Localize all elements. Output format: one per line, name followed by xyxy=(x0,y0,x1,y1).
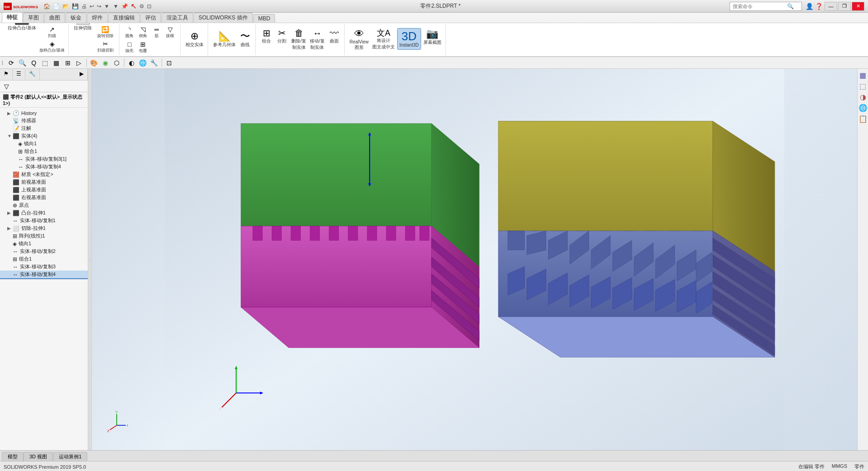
tree-item-move4[interactable]: ↔ 实体-移动/复制4 xyxy=(0,163,88,171)
tab-mbd[interactable]: MBD xyxy=(253,14,275,23)
tree-item-solid[interactable]: ▼ ⬛ 实体(4) xyxy=(0,132,88,140)
tab-render[interactable]: 渲染工具 xyxy=(161,13,193,23)
btn-instant3d[interactable]: 3D Instant3D xyxy=(397,28,421,50)
panel-tab-features[interactable]: ⚑ xyxy=(0,69,13,80)
view-display2[interactable]: ⊡ xyxy=(164,58,174,68)
view-mode2[interactable]: 🌐 xyxy=(138,58,148,68)
tab-sheet[interactable]: 钣金 xyxy=(66,13,86,23)
btn-boundary-boss[interactable]: ◇ 边界凸台/基体 xyxy=(38,54,66,56)
btn-draft[interactable]: ▽ 拔模 xyxy=(164,25,176,39)
restore-button[interactable]: ❐ xyxy=(838,2,851,11)
tree-item-sensor[interactable]: 📡 传感器 xyxy=(0,117,88,124)
tree-item-note[interactable]: 📝 注解 xyxy=(0,124,88,132)
tree-item-move3[interactable]: ↔ 实体-移动/复制3[1] xyxy=(0,155,88,163)
view-rotate[interactable]: ▷ xyxy=(74,58,84,68)
select-arrow-icon[interactable]: ↖ xyxy=(131,2,137,10)
panel-resize-handle[interactable]: ⋮ xyxy=(88,69,92,450)
tab-curve[interactable]: 曲图 xyxy=(44,13,65,23)
tree-item-material[interactable]: 🧱 材质 <未指定> xyxy=(0,171,88,178)
btn-realview[interactable]: 👁 RealView图形 xyxy=(348,28,370,52)
tab-motion[interactable]: 运动算例1 xyxy=(53,452,87,461)
tab-3dview[interactable]: 3D 视图 xyxy=(24,452,53,461)
btn-extrude-boss[interactable]: ⬛ 拉伸凸台/基体 xyxy=(6,23,38,32)
viewport[interactable]: X Y Z xyxy=(92,69,857,450)
tree-item-pattern1[interactable]: ⊞ 阵列(线性)1 xyxy=(0,232,88,240)
view-section[interactable]: ⊞ xyxy=(63,58,73,68)
panel-filter[interactable]: ▽ xyxy=(2,82,11,91)
tree-item-move4b[interactable]: ↔ 实体-移动/复制4 xyxy=(0,271,88,279)
tree-item-front-plane[interactable]: ⬛ 前视基准面 xyxy=(0,178,88,186)
tab-addins[interactable]: SOLIDWORKS 插件 xyxy=(194,13,253,23)
view-color1[interactable]: 🎨 xyxy=(89,58,99,68)
btn-screenshot[interactable]: 📷 屏幕截图 xyxy=(422,28,443,47)
tree-item-mirror-1[interactable]: ◈ 镜向1 xyxy=(0,240,88,247)
quick-access-redo[interactable]: ↪ xyxy=(97,3,101,10)
rp-lights-btn[interactable]: 📋 xyxy=(859,114,868,123)
btn-surface[interactable]: 〰 曲面 xyxy=(327,28,342,45)
pin-icon[interactable]: 📌 xyxy=(121,3,128,10)
btn-move-body[interactable]: ↔ 移动/复制实体 xyxy=(308,28,326,52)
btn-loft-boss[interactable]: ◈ 放样凸台/基体 xyxy=(38,40,66,54)
view-select[interactable]: ⬡ xyxy=(112,58,122,68)
view-zoom[interactable]: 🔍 xyxy=(18,58,28,68)
tree-item-origin[interactable]: ⊕ 原点 xyxy=(0,201,88,209)
quick-access-save[interactable]: 💾 xyxy=(72,3,79,10)
minimize-button[interactable]: — xyxy=(825,2,837,11)
view-orientation[interactable]: ⟳ xyxy=(6,58,16,68)
rp-appearance-btn[interactable]: ◑ xyxy=(859,92,868,101)
rp-scene-btn[interactable]: 🌐 xyxy=(859,103,868,112)
btn-shell[interactable]: □ 抽壳 xyxy=(123,40,136,54)
tree-item-mirror1[interactable]: ◈ 镜向1 xyxy=(0,140,88,147)
user-icon[interactable]: 👤 xyxy=(806,3,813,10)
panel-tab-config[interactable]: 🔧 xyxy=(25,69,40,80)
btn-delete-body[interactable]: 🗑 删除/复制实体 xyxy=(290,28,308,52)
btn-revolve-cut[interactable]: 🔁 旋转切除 xyxy=(94,25,116,39)
tree-item-move1[interactable]: ↔ 实体-移动/复制1 xyxy=(0,217,88,224)
view-mode1[interactable]: ◐ xyxy=(127,58,137,68)
quick-access-home[interactable]: 🏠 xyxy=(43,3,50,10)
tab-features[interactable]: 特征 xyxy=(2,12,23,23)
btn-rib[interactable]: ═ 筋 xyxy=(150,25,163,39)
btn-combine[interactable]: ⊞ 组合 xyxy=(259,28,274,45)
macro-icon[interactable]: ⚙ xyxy=(139,3,144,10)
tree-item-combine1[interactable]: ⊞ 组合1 xyxy=(0,147,88,155)
view-wireframe[interactable]: ⬚ xyxy=(40,58,50,68)
btn-hole-wizard[interactable]: ⊙ 异型孔向导 xyxy=(94,23,116,25)
tree-item-history[interactable]: ▶ 🕐 History xyxy=(0,109,88,117)
tree-item-cut1[interactable]: ▶ ⬜ 切除-拉伸1 xyxy=(0,224,88,232)
btn-sweep-boss[interactable]: ↗ 扫描 xyxy=(38,25,66,39)
rp-display-btn[interactable]: ⬚ xyxy=(859,81,868,90)
btn-curve[interactable]: 〜 曲线 xyxy=(238,30,252,49)
btn-extrude-cut[interactable]: ⬜ 拉伸切除 xyxy=(72,23,93,32)
more-icon[interactable]: ⊡ xyxy=(147,3,152,10)
btn-intersect[interactable]: ⊕ 相交实体 xyxy=(184,30,205,49)
tab-evaluate[interactable]: 评估 xyxy=(140,13,161,23)
quick-access-new[interactable]: 📄 xyxy=(53,3,60,10)
tree-item-top-plane[interactable]: ⬛ 上视基准面 xyxy=(0,186,88,194)
help-icon[interactable]: ❓ xyxy=(815,3,823,10)
btn-loft-cut[interactable]: ◈ 放样切除 xyxy=(94,54,116,56)
btn-sweep-cut[interactable]: ✂ 扫描切割 xyxy=(94,40,116,54)
tab-weld[interactable]: 焊件 xyxy=(87,13,108,23)
close-button[interactable]: ✕ xyxy=(852,2,864,11)
tab-sketch[interactable]: 草图 xyxy=(23,13,44,23)
tree-item-move3b[interactable]: ↔ 实体-移动/复制3 xyxy=(0,263,88,271)
panel-expand[interactable]: ▶ xyxy=(76,69,88,80)
btn-fillet[interactable]: ◝ 圆角 xyxy=(123,25,136,39)
view-zoom2[interactable]: Q xyxy=(29,58,39,68)
rp-view-btn[interactable]: ▦ xyxy=(859,71,868,80)
panel-tab-properties[interactable]: ☰ xyxy=(13,69,25,80)
view-settings[interactable]: 🔧 xyxy=(149,58,159,68)
view-color2[interactable]: ◉ xyxy=(100,58,110,68)
btn-reference-geometry[interactable]: 📐 参考几何体 xyxy=(212,30,237,49)
tree-item-right-plane[interactable]: ⬛ 右视基准面 xyxy=(0,194,88,201)
ribbon-expand[interactable]: ▼ xyxy=(113,3,119,10)
btn-revolve-boss[interactable]: 🔄 旋转凸台/基体 xyxy=(38,23,66,25)
quick-access-more[interactable]: ▼ xyxy=(104,3,109,10)
quick-access-undo[interactable]: ↩ xyxy=(90,3,94,10)
tab-direct[interactable]: 直接编辑 xyxy=(108,13,140,23)
btn-design-font[interactable]: 文A 将设计图文成中文 xyxy=(371,28,396,51)
btn-wrap[interactable]: ⊞ 包覆 xyxy=(137,40,149,54)
tree-item-combine-1[interactable]: ⊞ 组合1 xyxy=(0,255,88,263)
quick-access-print[interactable]: 🖨 xyxy=(81,3,87,10)
